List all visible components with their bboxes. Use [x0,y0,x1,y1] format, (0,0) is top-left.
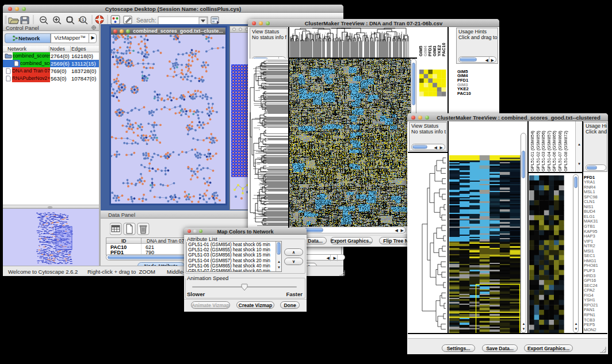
svg-text:Search:: Search: [136,17,156,24]
svg-text:1:1: 1:1 [78,18,84,22]
